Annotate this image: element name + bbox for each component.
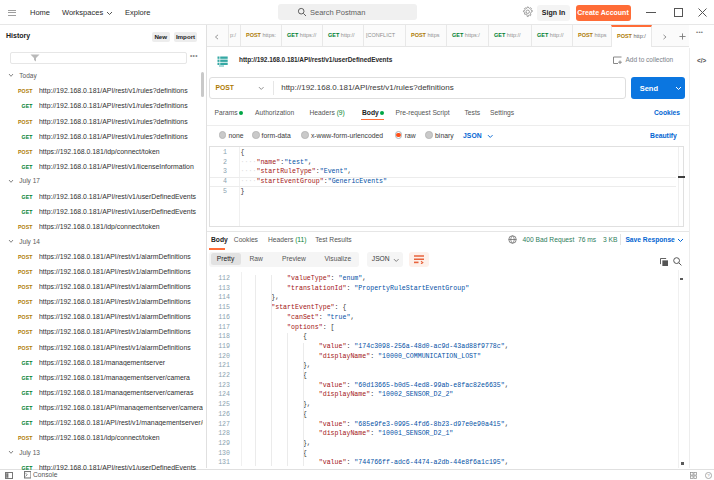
svg-text:?: ? (707, 473, 710, 478)
